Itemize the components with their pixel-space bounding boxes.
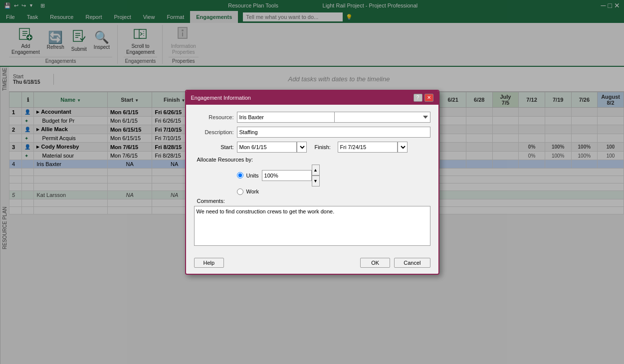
comments-textarea[interactable]: We need to find construction crews to ge… — [194, 206, 430, 246]
units-down-button[interactable]: ▼ — [312, 176, 320, 186]
allocate-label: Allocate Resources by: — [194, 157, 254, 163]
units-up-button[interactable]: ▲ — [312, 165, 320, 176]
units-radio-label: Units — [246, 173, 259, 179]
dialog-footer: Help OK Cancel — [186, 254, 438, 274]
description-row: Description: — [194, 127, 430, 138]
ok-button[interactable]: OK — [360, 258, 390, 268]
comments-section: Comments: We need to find construction c… — [194, 198, 430, 247]
dialog-title-buttons: ? ✕ — [414, 94, 433, 102]
units-radio-row: Units ▲ ▼ — [237, 165, 430, 186]
resource-input[interactable] — [237, 112, 335, 123]
units-radio[interactable] — [237, 172, 243, 179]
units-input[interactable] — [262, 170, 312, 181]
start-date-input[interactable] — [237, 142, 297, 153]
dialog-body: Resource: Description: Start: — [186, 105, 438, 254]
allocate-row: Allocate Resources by: — [194, 157, 430, 163]
dialog-overlay: Engagement Information ? ✕ Resource: D — [0, 0, 624, 364]
dialog-close-button[interactable]: ✕ — [424, 94, 433, 102]
cancel-button[interactable]: Cancel — [394, 258, 430, 268]
finish-date-input[interactable] — [338, 142, 398, 153]
resource-select[interactable] — [335, 112, 430, 123]
start-label: Start: — [194, 144, 234, 150]
help-button[interactable]: Help — [194, 258, 224, 268]
resource-label: Resource: — [194, 114, 234, 120]
footer-right-buttons: OK Cancel — [360, 258, 430, 268]
finish-date-dropdown[interactable] — [398, 142, 408, 153]
units-work-section: Units ▲ ▼ Work — [237, 165, 430, 195]
dialog-help-icon-btn[interactable]: ? — [414, 94, 422, 102]
work-radio[interactable] — [237, 188, 243, 195]
units-input-wrapper: ▲ ▼ — [262, 165, 320, 186]
units-spinner: ▲ ▼ — [312, 165, 320, 186]
description-label: Description: — [194, 129, 234, 135]
work-radio-label: Work — [246, 188, 259, 194]
work-radio-row: Work — [237, 188, 430, 195]
comments-label: Comments: — [194, 198, 430, 204]
dialog-title: Engagement Information — [191, 95, 251, 101]
dialog-titlebar: Engagement Information ? ✕ — [186, 91, 438, 105]
description-input[interactable] — [237, 127, 430, 138]
resource-row: Resource: — [194, 112, 430, 123]
start-date-dropdown[interactable] — [297, 142, 307, 153]
dates-row: Start: Finish: — [194, 142, 430, 153]
finish-label: Finish: — [315, 144, 335, 150]
engagement-information-dialog: Engagement Information ? ✕ Resource: D — [185, 90, 439, 275]
